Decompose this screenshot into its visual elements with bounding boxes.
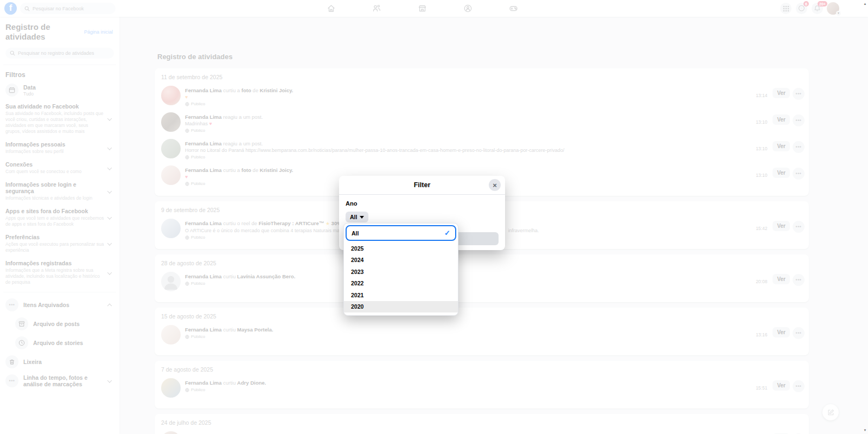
year-option-label: 2020 bbox=[351, 303, 363, 310]
year-option-all[interactable]: All✓ bbox=[346, 225, 456, 241]
checkmark-icon: ✓ bbox=[444, 229, 450, 237]
year-option-label: 2025 bbox=[351, 245, 363, 252]
facebook-activity-log-screen: f 6 20+ ▾ Registro bbox=[0, 0, 868, 434]
year-option-label: 2021 bbox=[351, 292, 363, 298]
year-option-2020[interactable]: 2020 bbox=[344, 301, 458, 313]
year-option-2024[interactable]: 2024 bbox=[344, 254, 458, 266]
year-option-2022[interactable]: 2022 bbox=[344, 278, 458, 290]
modal-title: Filter bbox=[414, 181, 431, 189]
year-option-2021[interactable]: 2021 bbox=[344, 289, 458, 301]
year-option-label: 2022 bbox=[351, 280, 363, 286]
year-option-2025[interactable]: 2025 bbox=[344, 242, 458, 254]
close-button[interactable]: × bbox=[489, 179, 501, 191]
scroll-down-arrow[interactable]: ▼ bbox=[864, 429, 867, 432]
year-dropdown-value: All bbox=[350, 214, 357, 220]
scroll-up-arrow[interactable]: ▲ bbox=[864, 2, 867, 5]
year-field-label: Ano bbox=[346, 200, 499, 207]
year-option-label: 2023 bbox=[351, 269, 363, 275]
scrollbar[interactable]: ▲ ▼ bbox=[863, 0, 867, 434]
year-dropdown-trigger[interactable]: All bbox=[346, 212, 368, 222]
year-option-label: All bbox=[352, 230, 359, 237]
year-dropdown-list: All✓202520242023202220212020 bbox=[343, 223, 458, 316]
close-icon: × bbox=[493, 182, 497, 189]
year-option-label: 2024 bbox=[351, 257, 363, 263]
modal-body: Ano All bbox=[339, 195, 505, 227]
year-option-2023[interactable]: 2023 bbox=[344, 266, 458, 278]
modal-header: Filter × bbox=[339, 176, 505, 195]
caret-down-icon bbox=[360, 216, 364, 219]
